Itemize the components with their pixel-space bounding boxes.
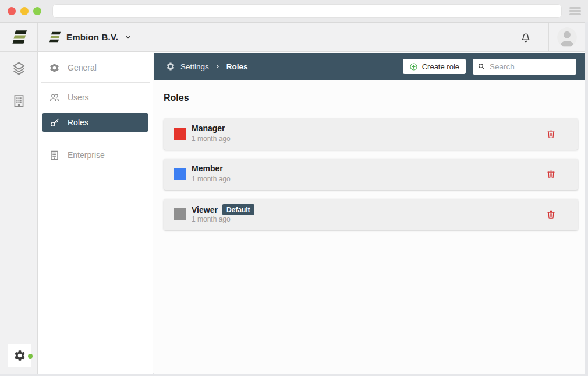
bell-icon[interactable] — [519, 31, 532, 44]
breadcrumb-current: Roles — [226, 62, 248, 71]
company-name: Embion B.V. — [66, 32, 118, 42]
screen: Embion B.V. — [0, 0, 588, 376]
create-role-button[interactable]: Create role — [403, 59, 466, 74]
role-row-viewer[interactable]: Viewer Default 1 month ago — [164, 199, 578, 230]
user-avatar[interactable] — [557, 27, 577, 47]
role-list: Manager 1 month ago Member — [164, 118, 578, 230]
gear-icon — [49, 62, 60, 73]
breadcrumb-parent[interactable]: Settings — [180, 62, 209, 71]
breadcrumb-bar: Settings Roles Create role — [154, 53, 585, 80]
organization-switcher[interactable]: Embion B.V. — [48, 31, 132, 43]
trash-icon — [546, 129, 556, 140]
avatar-icon — [557, 27, 577, 47]
page-title: Roles — [164, 93, 578, 103]
sidebar-item-enterprise[interactable]: Enterprise — [38, 140, 153, 170]
delete-role-button[interactable] — [546, 209, 556, 220]
users-icon — [49, 92, 60, 103]
browser-chrome — [0, 0, 588, 22]
breadcrumb-actions: Create role — [403, 59, 576, 75]
window-controls — [8, 7, 41, 15]
role-updated-time: 1 month ago — [192, 135, 231, 143]
icon-rail — [0, 52, 38, 374]
role-name: Viewer — [192, 205, 218, 215]
minimize-window-button[interactable] — [20, 7, 29, 15]
sidebar-item-roles[interactable]: Roles — [42, 113, 148, 132]
rail-item-enterprise[interactable] — [0, 85, 38, 117]
embion-logo-icon — [48, 31, 61, 43]
role-name: Member — [192, 164, 223, 173]
zoom-window-button[interactable] — [33, 7, 41, 15]
building-icon — [49, 150, 60, 161]
search-input[interactable] — [490, 62, 572, 71]
chevron-down-icon — [124, 33, 132, 41]
rail-logo-cell[interactable] — [0, 23, 38, 51]
default-badge: Default — [222, 204, 254, 215]
gear-icon — [13, 349, 26, 362]
roles-content: Roles Manager 1 month ago — [154, 93, 585, 230]
trash-icon — [546, 169, 556, 180]
close-window-button[interactable] — [8, 7, 16, 15]
sidebar-item-label: Enterprise — [68, 150, 105, 160]
role-updated-time: 1 month ago — [192, 175, 231, 183]
gear-icon — [166, 62, 175, 71]
role-color-swatch — [174, 128, 186, 140]
search-icon — [477, 62, 486, 71]
role-row-manager[interactable]: Manager 1 month ago — [164, 118, 578, 150]
rail-item-layers[interactable] — [0, 52, 38, 85]
key-icon — [49, 117, 60, 128]
delete-role-button[interactable] — [546, 169, 556, 180]
settings-sidebar: General Users Roles Enterprise — [38, 52, 153, 374]
main-area: Settings Roles Create role Roles — [154, 52, 585, 374]
sidebar-item-label: General — [68, 63, 97, 72]
delete-role-button[interactable] — [546, 129, 556, 140]
sidebar-item-users[interactable]: Users — [38, 83, 153, 112]
role-color-swatch — [174, 168, 186, 180]
embion-logo-icon — [11, 29, 27, 45]
building-icon — [12, 94, 26, 108]
layers-icon — [12, 61, 26, 76]
role-row-member[interactable]: Member 1 month ago — [164, 159, 578, 190]
status-dot — [28, 354, 33, 359]
app-window: Embion B.V. — [0, 22, 585, 373]
header-right — [519, 23, 585, 51]
role-name: Manager — [192, 124, 225, 133]
role-color-swatch — [174, 208, 186, 220]
breadcrumb: Settings Roles — [166, 62, 248, 71]
sidebar-item-label: Roles — [68, 118, 88, 127]
role-updated-time: 1 month ago — [192, 215, 231, 223]
trash-icon — [546, 209, 556, 220]
sidebar-item-general[interactable]: General — [38, 53, 153, 82]
header-divider — [548, 23, 549, 51]
create-role-label: Create role — [422, 62, 459, 71]
chevron-right-icon — [214, 63, 221, 70]
plus-circle-icon — [409, 62, 418, 71]
title-divider — [164, 111, 578, 111]
sidebar-item-label: Users — [68, 93, 89, 102]
hamburger-icon[interactable] — [569, 7, 581, 15]
url-bar[interactable] — [52, 4, 562, 18]
search-box — [473, 59, 576, 75]
app-header: Embion B.V. — [0, 23, 585, 52]
